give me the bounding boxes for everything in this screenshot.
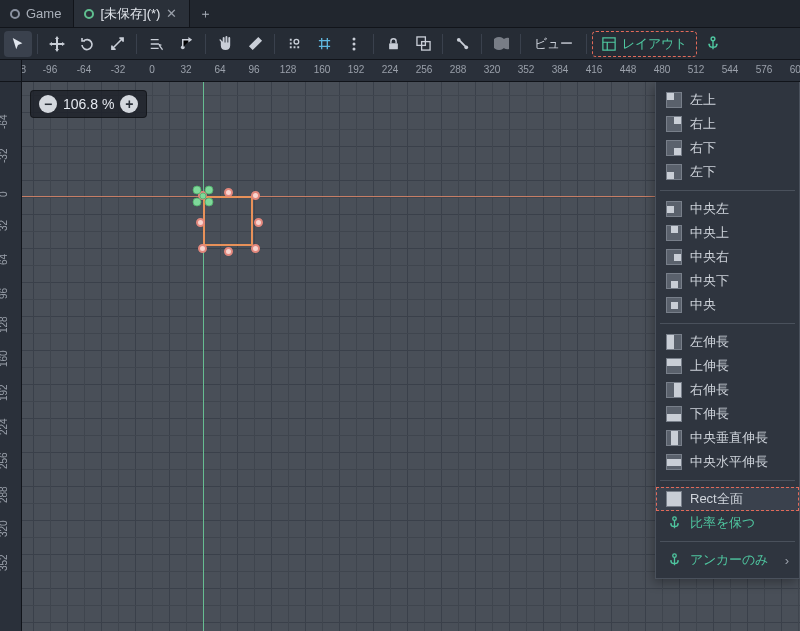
ruler-tick: 576 — [756, 64, 773, 75]
layout-option[interactable]: 左上 — [656, 88, 799, 112]
layout-preview-icon — [666, 406, 682, 422]
pivot-tool[interactable] — [172, 31, 200, 57]
resize-handle[interactable] — [254, 218, 263, 227]
layout-option[interactable]: 下伸長 — [656, 402, 799, 426]
override-camera[interactable] — [487, 31, 515, 57]
ruler-tick: 96 — [248, 64, 259, 75]
ruler-tick: -128 — [22, 64, 26, 75]
layout-option[interactable]: 中央 — [656, 293, 799, 317]
lock-toggle[interactable] — [379, 31, 407, 57]
menu-separator — [660, 541, 795, 542]
ruler-horizontal[interactable]: -128-96-64-32032649612816019222425628832… — [22, 60, 800, 82]
resize-handle[interactable] — [251, 191, 260, 200]
add-scene-button[interactable]: ＋ — [190, 0, 220, 27]
scene-tab-label: [未保存](*) — [100, 5, 160, 23]
ruler-tick: 352 — [518, 64, 535, 75]
scale-tool[interactable] — [103, 31, 131, 57]
list-select-tool[interactable] — [142, 31, 170, 57]
layout-preview-icon — [666, 225, 682, 241]
layout-option[interactable]: 右下 — [656, 136, 799, 160]
skeleton-tool[interactable] — [448, 31, 476, 57]
layout-keep-ratio[interactable]: 比率を保つ — [656, 511, 799, 535]
view-menu[interactable]: ビュー — [526, 31, 581, 57]
snap-options[interactable] — [340, 31, 368, 57]
layout-preview-icon — [666, 140, 682, 156]
scene-tab-label: Game — [26, 6, 61, 21]
zoom-out-button[interactable]: − — [39, 95, 57, 113]
ruler-tick: 256 — [416, 64, 433, 75]
ruler-tick: 416 — [586, 64, 603, 75]
svg-point-2 — [353, 37, 356, 40]
svg-point-16 — [200, 193, 206, 199]
ruler-tick: 96 — [0, 288, 9, 299]
layout-option[interactable]: Rect全面 — [656, 487, 799, 511]
canvas-viewport[interactable]: − 106.8 % + 左上右上右下左下中央左中央上中央右中央下中央左伸長上伸長… — [22, 82, 800, 631]
layout-option[interactable]: 中央下 — [656, 269, 799, 293]
resize-handle[interactable] — [224, 188, 233, 197]
ruler-tool[interactable] — [241, 31, 269, 57]
grid-snap-toggle[interactable] — [310, 31, 338, 57]
separator — [37, 34, 38, 54]
layout-option[interactable]: 左伸長 — [656, 330, 799, 354]
scene-tab-unsaved[interactable]: [未保存](*) ✕ — [74, 0, 190, 27]
svg-point-13 — [205, 186, 213, 194]
group-toggle[interactable] — [409, 31, 437, 57]
resize-handle[interactable] — [251, 244, 260, 253]
layout-option-label: 上伸長 — [690, 357, 729, 375]
ruler-tick: 256 — [0, 452, 9, 469]
resize-handle[interactable] — [198, 244, 207, 253]
ruler-tick: 544 — [722, 64, 739, 75]
layout-option[interactable]: 左下 — [656, 160, 799, 184]
layout-option[interactable]: 中央右 — [656, 245, 799, 269]
ruler-tick: 224 — [0, 418, 9, 435]
layout-anchor-only[interactable]: アンカーのみ› — [656, 548, 799, 572]
layout-option[interactable]: 右上 — [656, 112, 799, 136]
close-icon[interactable]: ✕ — [166, 6, 177, 21]
menu-separator — [660, 480, 795, 481]
layout-option-label: 中央右 — [690, 248, 729, 266]
ruler-tick: 192 — [0, 384, 9, 401]
move-tool[interactable] — [43, 31, 71, 57]
ruler-tick: 224 — [382, 64, 399, 75]
layout-option[interactable]: 中央上 — [656, 221, 799, 245]
ruler-tick: 480 — [654, 64, 671, 75]
resize-handle[interactable] — [224, 247, 233, 256]
ruler-tick: 0 — [0, 191, 9, 197]
separator — [481, 34, 482, 54]
layout-option[interactable]: 上伸長 — [656, 354, 799, 378]
layout-option[interactable]: 右伸長 — [656, 378, 799, 402]
smart-snap-toggle[interactable] — [280, 31, 308, 57]
layout-menu-button[interactable]: レイアウト — [592, 31, 697, 57]
ruler-tick: 320 — [484, 64, 501, 75]
menu-separator — [660, 190, 795, 191]
pan-tool[interactable] — [211, 31, 239, 57]
layout-preview-icon — [666, 297, 682, 313]
ruler-vertical[interactable]: -64-320326496128160192224256288320352 — [0, 82, 22, 631]
layout-preview-icon — [666, 430, 682, 446]
layout-option[interactable]: 中央水平伸長 — [656, 450, 799, 474]
select-tool[interactable] — [4, 31, 32, 57]
svg-point-3 — [353, 42, 356, 45]
anchor-mode-icon[interactable] — [699, 31, 727, 57]
ruler-tick: -32 — [0, 149, 9, 163]
layout-preview-icon — [666, 382, 682, 398]
ruler-tick: 64 — [214, 64, 225, 75]
layout-preview-icon — [666, 358, 682, 374]
svg-point-14 — [193, 198, 201, 206]
layout-option-label: 中央垂直伸長 — [690, 429, 768, 447]
layout-option[interactable]: 中央左 — [656, 197, 799, 221]
ruler-tick: 288 — [0, 486, 9, 503]
resize-handle[interactable] — [196, 218, 205, 227]
ruler-tick: -96 — [43, 64, 57, 75]
layout-dropdown: 左上右上右下左下中央左中央上中央右中央下中央左伸長上伸長右伸長下伸長中央垂直伸長… — [655, 82, 800, 579]
rotate-tool[interactable] — [73, 31, 101, 57]
layout-menu-label: レイアウト — [622, 35, 687, 53]
layout-icon — [602, 37, 616, 51]
scene-tab-game[interactable]: Game — [0, 0, 74, 27]
ruler-tick: 320 — [0, 520, 9, 537]
layout-option[interactable]: 中央垂直伸長 — [656, 426, 799, 450]
layout-option-label: 下伸長 — [690, 405, 729, 423]
anchor-handle[interactable] — [191, 184, 215, 208]
ruler-tick: 32 — [0, 220, 9, 231]
zoom-in-button[interactable]: + — [120, 95, 138, 113]
